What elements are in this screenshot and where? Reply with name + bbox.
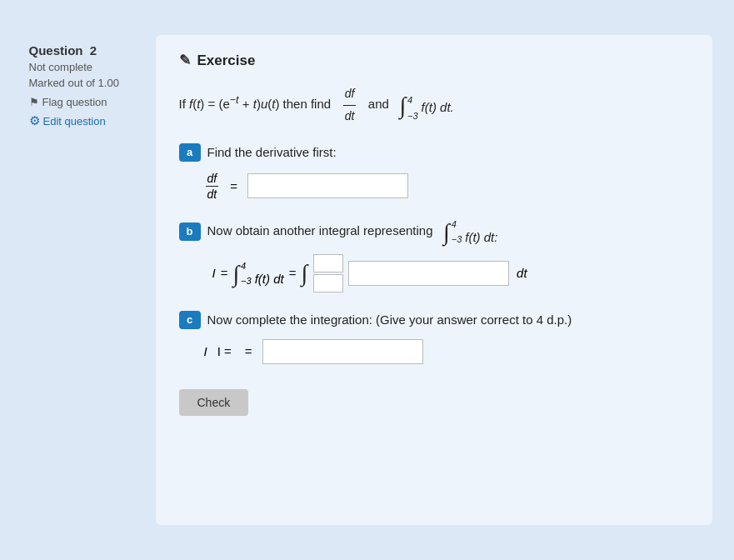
integral-limits: 4 −3: [407, 92, 418, 118]
part-c-input[interactable]: [262, 339, 423, 364]
part-a-input[interactable]: [247, 173, 408, 198]
part-b-int1-body: f(t) dt: [255, 272, 284, 286]
part-c: c Now complete the integration: (Give yo…: [179, 311, 689, 364]
part-b-int-limits: 4 −3: [452, 219, 462, 244]
part-b-int-body: f(t) dt:: [465, 230, 497, 244]
part-b-integral-header: ∫ 4 −3 f(t) dt:: [443, 219, 497, 244]
check-button[interactable]: Check: [179, 389, 249, 416]
part-b-lower-input[interactable]: [313, 274, 343, 292]
main-content: ✎ Exercise If f(t) = (e−t + t)u(t) then …: [156, 35, 712, 525]
flag-label: Flag question: [42, 96, 107, 108]
problem-statement: If f(t) = (e−t + t)u(t) then find df dt …: [179, 84, 689, 127]
exercise-title: ✎ Exercise: [179, 52, 689, 69]
part-c-math: I I = =: [204, 339, 689, 364]
part-b-text: Now obtain another integral representing…: [207, 219, 498, 244]
and-text: and: [368, 97, 389, 111]
integral-symbol: ∫: [399, 94, 406, 118]
part-c-I: I: [204, 344, 207, 358]
part-a-frac: df dt: [206, 172, 219, 201]
part-c-label: c: [179, 311, 201, 329]
part-b-int1: ∫ 4 −3 f(t) dt: [232, 261, 283, 286]
part-b-stacked-inputs: [313, 254, 343, 292]
part-b-eq2: =: [289, 266, 297, 280]
part-c-header: c Now complete the integration: (Give yo…: [179, 311, 689, 329]
part-a-header: a Find the derivative first:: [179, 143, 689, 162]
part-b-int-sym: ∫: [443, 221, 450, 244]
part-b-equation: I = ∫ 4 −3 f(t) dt = ∫: [212, 254, 689, 292]
part-b-header: b Now obtain another integral representi…: [179, 219, 689, 244]
part-a-math: df dt =: [204, 172, 689, 201]
part-b-eq1: =: [221, 266, 228, 280]
status-text: Not complete: [29, 61, 149, 73]
problem-integral-body: f(t) dt.: [422, 97, 454, 118]
part-c-text: Now complete the integration: (Give your…: [207, 312, 572, 327]
part-a: a Find the derivative first: df dt =: [179, 143, 689, 201]
part-b-label: b: [179, 222, 201, 241]
part-b: b Now obtain another integral representi…: [179, 219, 689, 292]
gear-icon: ⚙: [29, 113, 40, 128]
part-b-upper-input[interactable]: [313, 254, 343, 272]
question-number: 2: [90, 43, 97, 58]
part-a-equals: =: [230, 179, 237, 193]
pencil-icon: ✎: [179, 52, 191, 69]
edit-label: Edit question: [43, 115, 106, 128]
problem-integral: ∫ 4 −3 f(t) dt.: [399, 92, 453, 118]
part-b-I: I: [212, 266, 216, 280]
exercise-title-text: Exercise: [197, 52, 256, 69]
part-b-math: I = ∫ 4 −3 f(t) dt = ∫: [204, 254, 689, 292]
marked-out-text: Marked out of 1.00: [29, 77, 149, 89]
part-c-eq: I =: [217, 344, 232, 358]
part-a-text: Find the derivative first:: [207, 145, 337, 159]
part-b-dt: dt: [517, 266, 527, 280]
part-a-label: a: [179, 143, 201, 162]
edit-question-button[interactable]: ⚙ Edit question: [29, 113, 149, 128]
problem-prefix: If f(t) = (e−t + t)u(t) then find: [179, 97, 332, 111]
flag-icon: ⚑: [29, 96, 39, 108]
flag-question-button[interactable]: ⚑ Flag question: [29, 96, 149, 108]
part-b-int1-sym: ∫: [232, 262, 239, 286]
question-title: Question 2: [29, 43, 149, 58]
question-label: Question: [29, 43, 83, 58]
part-b-int2: ∫: [301, 262, 308, 285]
problem-frac: df dt: [343, 84, 357, 127]
part-b-integrand-input[interactable]: [348, 261, 509, 286]
sidebar: Question 2 Not complete Marked out of 1.…: [22, 35, 156, 525]
part-b-int2-sym: ∫: [301, 262, 307, 285]
part-b-int1-limits: 4 −3: [241, 261, 252, 286]
